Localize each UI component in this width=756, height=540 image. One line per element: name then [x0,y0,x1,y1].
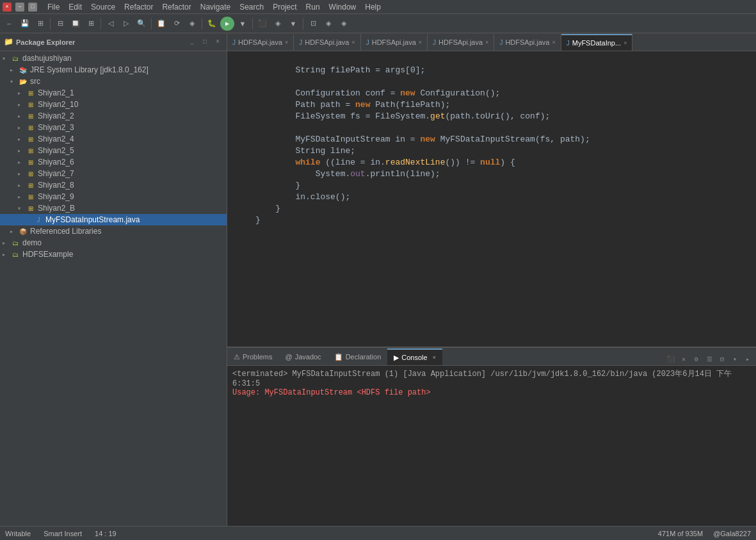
code-line-14: } [227,204,756,215]
tree-item-hdfsexample[interactable]: ▸ 🗂 HDFSExample [0,249,227,260]
toolbar-btn-10[interactable]: ▼ [236,17,250,31]
menu-edit[interactable]: Edit [65,2,86,12]
tab-hdfsapi-4[interactable]: J HDFSApi.java × [428,34,494,51]
toolbar-btn-13[interactable]: ▼ [286,17,300,31]
menu-refactor1[interactable]: Refactor [120,2,157,12]
tab-problems[interactable]: ⚠ Problems [227,348,278,365]
toolbar-btn-12[interactable]: ◈ [271,17,285,31]
menu-search[interactable]: Search [236,2,268,12]
toolbar-run-btn[interactable]: ▶ [220,17,234,31]
tree-item-shiyan2-2[interactable]: ▸ ⊞ Shiyan2_2 [0,110,227,122]
tree-item-shiyan2-3[interactable]: ▸ ⊞ Shiyan2_3 [0,122,227,133]
tab-myfs[interactable]: J MyFSDataInp... × [561,34,633,51]
tab-declaration[interactable]: 📋 Declaration [328,348,388,365]
tab-close-4[interactable]: × [485,39,488,45]
tree-item-dashujushiyan[interactable]: ▾ 🗂 dashujushiyan [0,53,227,64]
tree-item-shiyan2-1[interactable]: ▸ ⊞ Shiyan2_1 [0,87,227,99]
toolbar-save-btn[interactable]: 💾 [18,17,32,31]
console-settings-btn[interactable]: ⚙ [691,354,702,365]
tab-label-2: HDFSApi.java [305,38,349,46]
console-stop-btn[interactable]: ⬛ [665,354,677,365]
tab-hdfsapi-5[interactable]: J HDFSApi.java × [494,34,561,51]
panel-minimize-btn[interactable]: _ [187,37,197,47]
tree-item-shiyan2-10[interactable]: ▸ ⊞ Shiyan2_10 [0,99,227,110]
menu-help[interactable]: Help [361,2,385,12]
toolbar-btn-3[interactable]: 🔲 [68,17,83,31]
console-terminate-btn[interactable]: ✕ [678,354,689,365]
toolbar-btn-7[interactable]: 📋 [154,17,168,31]
tab-hdfsapi-3[interactable]: J HDFSApi.java × [361,34,428,51]
menu-navigate[interactable]: Navigate [197,2,234,12]
toolbar-sep-5 [252,18,253,29]
tree-label-shiyan2-9: Shiyan2_9 [38,192,74,201]
console-icon: ▶ [394,354,399,362]
tree-item-shiyan2-9[interactable]: ▸ ⊞ Shiyan2_9 [0,191,227,202]
code-line-9: String line; [227,146,756,158]
tree-item-jre[interactable]: ▸ 📚 JRE System Library [jdk1.8.0_162] [0,64,227,76]
tree-item-shiyan2-5[interactable]: ▸ ⊞ Shiyan2_5 [0,145,227,156]
console-btn-4[interactable]: ▸ [742,354,753,365]
tab-close-6[interactable]: × [623,40,627,46]
console-btn-3[interactable]: ▾ [729,354,741,365]
tree-item-shiyan2-7[interactable]: ▸ ⊞ Shiyan2_7 [0,168,227,179]
toolbar-btn-11[interactable]: ⬛ [255,17,269,31]
tab-label-1: HDFSApi.java [238,38,282,46]
console-btn-1[interactable]: ☰ [704,354,715,365]
menu-source[interactable]: Source [87,2,119,12]
tab-close-3[interactable]: × [419,39,422,45]
console-terminated-line: <terminated> MyFSDataInputStream (1) [Ja… [232,368,751,388]
toolbar-btn-6[interactable]: ▷ [119,17,133,31]
tab-hdfsapi-1[interactable]: J HDFSApi.java × [227,34,294,51]
toolbar: ← 💾 ⊞ ⊟ 🔲 ⊞ ◁ ▷ 🔍 📋 ⟳ ◈ 🐛 ▶ ▼ ⬛ ◈ ▼ ⊡ ◈ … [0,14,756,33]
tree-item-shiyan2-8[interactable]: ▸ ⊞ Shiyan2_8 [0,179,227,191]
toolbar-btn-8[interactable]: ⟳ [170,17,184,31]
panel-close-btn[interactable]: × [213,37,223,47]
maximize-button[interactable]: □ [28,3,37,12]
toolbar-btn-9[interactable]: ◈ [185,17,199,31]
tree-label-shiyan2-6: Shiyan2_6 [38,158,74,167]
console-btn-2[interactable]: ⊟ [716,354,728,365]
toolbar-btn-16[interactable]: ◈ [337,17,351,31]
tree-item-reflibs[interactable]: ▸ 📦 Referenced Libraries [0,225,227,237]
tab-label-6: MyFSDataInp... [572,39,621,47]
toolbar-btn-5[interactable]: ◁ [104,17,118,31]
toolbar-btn-2[interactable]: ⊟ [53,17,67,31]
status-position: 14 : 19 [95,530,117,537]
tree-item-demo[interactable]: ▸ 🗂 demo [0,237,227,249]
close-button[interactable]: × [3,3,12,12]
code-line-1 [227,54,756,65]
tree-item-src[interactable]: ▾ 📂 src [0,76,227,87]
menu-run[interactable]: Run [302,2,324,12]
tab-console[interactable]: ▶ Console × [387,348,442,365]
status-insert-mode: Smart Insert [44,530,82,537]
toolbar-btn-14[interactable]: ⊡ [306,17,320,31]
panel-header: 📁 Package Explorer _ □ × [0,33,227,51]
tree-item-shiyan2-4[interactable]: ▸ ⊞ Shiyan2_4 [0,133,227,145]
tab-close-2[interactable]: × [351,39,355,45]
tree-item-shiyan2-6[interactable]: ▸ ⊞ Shiyan2_6 [0,156,227,168]
tab-hdfsapi-2[interactable]: J HDFSApi.java × [294,34,360,51]
toolbar-save-all-btn[interactable]: ⊞ [33,17,47,31]
tab-java-icon-4: J [433,39,436,46]
minimize-button[interactable]: – [15,3,24,12]
tab-close-5[interactable]: × [552,39,555,45]
tree-item-myfs-java[interactable]: J MyFSDataInputStream.java [0,214,227,225]
tab-close-1[interactable]: × [285,39,288,45]
menu-window[interactable]: Window [325,2,360,12]
package-explorer-icon: 📁 [4,37,13,47]
menu-file[interactable]: File [44,2,63,12]
toolbar-btn-4[interactable]: ⊞ [84,17,98,31]
toolbar-search-btn[interactable]: 🔍 [134,17,149,31]
tree-item-shiyan2-b[interactable]: ▾ ⊞ Shiyan2_B [0,202,227,214]
status-right: 471M of 935M @Gala8227 [658,530,751,537]
menu-refactor2[interactable]: Refactor [158,2,195,12]
editor-area[interactable]: String filePath = args[0]; Configuration… [227,51,756,347]
tab-javadoc[interactable]: @ Javadoc [278,348,327,365]
code-line-3 [227,77,756,88]
toolbar-btn-15[interactable]: ◈ [321,17,335,31]
panel-maximize-btn[interactable]: □ [200,37,210,47]
menu-project[interactable]: Project [269,2,300,12]
tree-label-shiyan2-b: Shiyan2_B [38,204,75,213]
toolbar-back-btn[interactable]: ← [3,17,17,31]
toolbar-debug-btn[interactable]: 🐛 [205,17,219,31]
